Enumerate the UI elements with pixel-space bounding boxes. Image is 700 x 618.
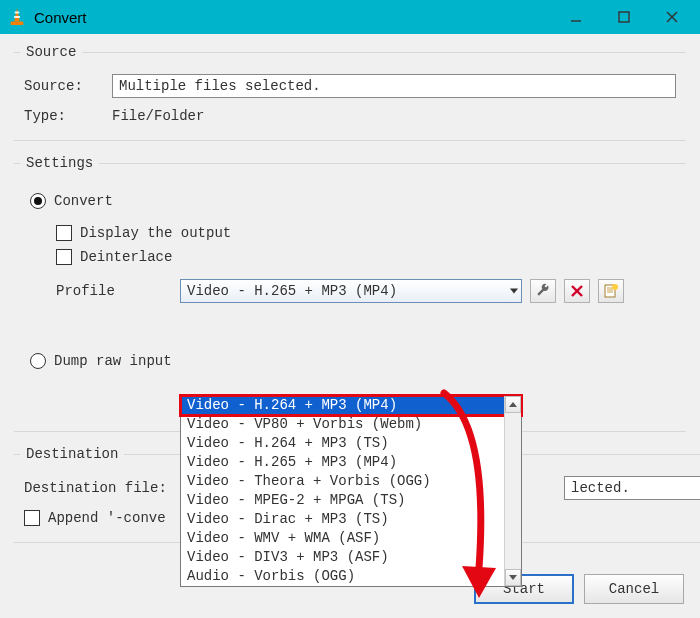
dropdown-item[interactable]: Video - VP80 + Vorbis (Webm) (181, 415, 521, 434)
deinterlace-checkbox[interactable] (56, 249, 72, 265)
vlc-cone-icon (8, 7, 26, 27)
delete-profile-button[interactable] (564, 279, 590, 303)
svg-marker-0 (14, 8, 19, 22)
close-button[interactable] (648, 0, 696, 34)
window-controls (552, 0, 696, 34)
profile-selected-value: Video - H.265 + MP3 (MP4) (187, 283, 397, 299)
dropdown-item[interactable]: Video - H.265 + MP3 (MP4) (181, 453, 521, 472)
settings-group: Settings Convert Display the output Dein… (14, 155, 686, 432)
append-checkbox[interactable] (24, 510, 40, 526)
dropdown-item[interactable]: Video - H.264 + MP3 (MP4) (181, 396, 521, 415)
scroll-up-button[interactable] (505, 396, 521, 413)
dump-raw-radio[interactable] (30, 353, 46, 369)
convert-radio[interactable] (30, 193, 46, 209)
dropdown-item[interactable]: Video - Theora + Vorbis (OGG) (181, 472, 521, 491)
convert-radio-label: Convert (54, 193, 113, 209)
dialog-content: Source Source: Type: File/Folder Setting… (0, 34, 700, 618)
destination-legend: Destination (20, 446, 124, 462)
svg-point-14 (612, 284, 618, 290)
append-label: Append '-conve (48, 510, 166, 526)
new-profile-button[interactable] (598, 279, 624, 303)
settings-legend: Settings (20, 155, 99, 171)
dropdown-scrollbar[interactable] (504, 396, 521, 586)
source-label: Source: (24, 78, 112, 94)
profile-combobox[interactable]: Video - H.265 + MP3 (MP4) (180, 279, 522, 303)
dropdown-item[interactable]: Video - Dirac + MP3 (TS) (181, 510, 521, 529)
dump-raw-label: Dump raw input (54, 353, 172, 369)
dropdown-item[interactable]: Video - MPEG-2 + MPGA (TS) (181, 491, 521, 510)
profile-dropdown-list[interactable]: Video - H.264 + MP3 (MP4) Video - VP80 +… (180, 395, 522, 587)
dropdown-item[interactable]: Audio - Vorbis (OGG) (181, 567, 521, 586)
dropdown-item[interactable]: Video - H.264 + MP3 (TS) (181, 434, 521, 453)
svg-rect-5 (619, 12, 629, 22)
destination-file-label: Destination file: (24, 480, 194, 496)
display-output-label: Display the output (80, 225, 231, 241)
scroll-down-button[interactable] (505, 569, 521, 586)
minimize-button[interactable] (552, 0, 600, 34)
maximize-button[interactable] (600, 0, 648, 34)
type-label: Type: (24, 108, 112, 124)
chevron-down-icon (510, 289, 518, 294)
window-title: Convert (34, 9, 87, 26)
wrench-icon (535, 283, 551, 299)
display-output-checkbox[interactable] (56, 225, 72, 241)
source-group: Source Source: Type: File/Folder (14, 44, 686, 141)
title-bar: Convert (0, 0, 700, 34)
new-profile-icon (603, 283, 619, 299)
svg-rect-3 (11, 22, 24, 26)
cancel-button[interactable]: Cancel (584, 574, 684, 604)
dropdown-item[interactable]: Video - WMV + WMA (ASF) (181, 529, 521, 548)
delete-icon (570, 284, 584, 298)
deinterlace-label: Deinterlace (80, 249, 172, 265)
edit-profile-button[interactable] (530, 279, 556, 303)
profile-label: Profile (30, 283, 180, 299)
svg-rect-2 (14, 16, 20, 18)
destination-file-input[interactable] (564, 476, 700, 500)
svg-rect-1 (15, 12, 20, 14)
type-value: File/Folder (112, 108, 204, 124)
source-legend: Source (20, 44, 82, 60)
source-input[interactable] (112, 74, 676, 98)
dropdown-item[interactable]: Video - DIV3 + MP3 (ASF) (181, 548, 521, 567)
